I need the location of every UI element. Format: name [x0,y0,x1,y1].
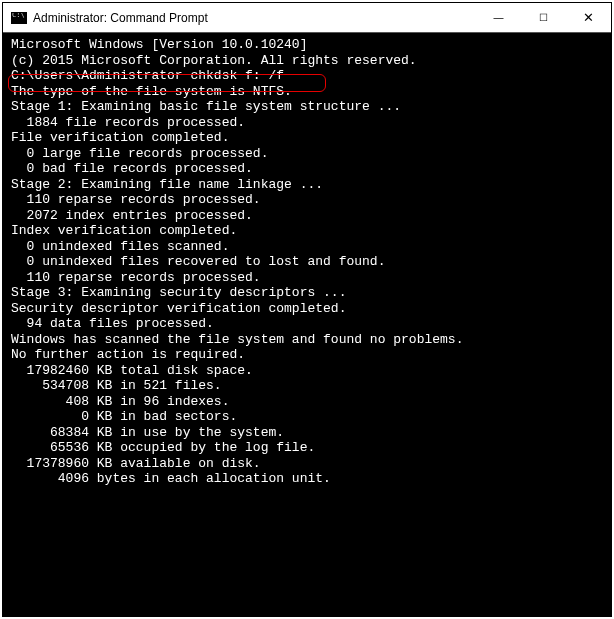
terminal-line: 68384 KB in use by the system. [11,425,607,441]
terminal-line: C:\Users\Administrator chkdsk f: /f [11,68,607,84]
terminal-line: Microsoft Windows [Version 10.0.10240] [11,37,607,53]
terminal-line: 4096 bytes in each allocation unit. [11,471,607,487]
close-button[interactable]: ✕ [566,3,611,33]
terminal-line: 2072 index entries processed. [11,208,607,224]
terminal-line: 0 unindexed files recovered to lost and … [11,254,607,270]
terminal-line: 110 reparse records processed. [11,270,607,286]
terminal-line: File verification completed. [11,130,607,146]
terminal-line: 110 reparse records processed. [11,192,607,208]
terminal-line: Stage 3: Examining security descriptors … [11,285,607,301]
terminal-line: 0 large file records processed. [11,146,607,162]
terminal-line: Stage 1: Examining basic file system str… [11,99,607,115]
maximize-button[interactable]: ☐ [521,3,566,33]
terminal-line: 0 KB in bad sectors. [11,409,607,425]
terminal-line: The type of the file system is NTFS. [11,84,607,100]
terminal-line: 534708 KB in 521 files. [11,378,607,394]
window-titlebar[interactable]: C:\. Administrator: Command Prompt — ☐ ✕ [3,3,611,33]
terminal-line: 0 unindexed files scanned. [11,239,607,255]
terminal-line: Windows has scanned the file system and … [11,332,607,348]
terminal-line: Stage 2: Examining file name linkage ... [11,177,607,193]
terminal-line: 17982460 KB total disk space. [11,363,607,379]
terminal-line: (c) 2015 Microsoft Corporation. All righ… [11,53,607,69]
terminal-line: 1884 file records processed. [11,115,607,131]
terminal-line: No further action is required. [11,347,607,363]
terminal-line: Index verification completed. [11,223,607,239]
terminal-line: 17378960 KB available on disk. [11,456,607,472]
terminal-line: 408 KB in 96 indexes. [11,394,607,410]
minimize-button[interactable]: — [476,3,521,33]
terminal-line: 94 data files processed. [11,316,607,332]
terminal-line: Security descriptor verification complet… [11,301,607,317]
command-prompt-window: C:\. Administrator: Command Prompt — ☐ ✕… [2,2,612,617]
terminal-line: 65536 KB occupied by the log file. [11,440,607,456]
terminal-line: 0 bad file records processed. [11,161,607,177]
window-title: Administrator: Command Prompt [33,11,208,25]
cmd-icon: C:\. [11,12,27,24]
terminal-output[interactable]: Microsoft Windows [Version 10.0.10240](c… [3,33,611,616]
